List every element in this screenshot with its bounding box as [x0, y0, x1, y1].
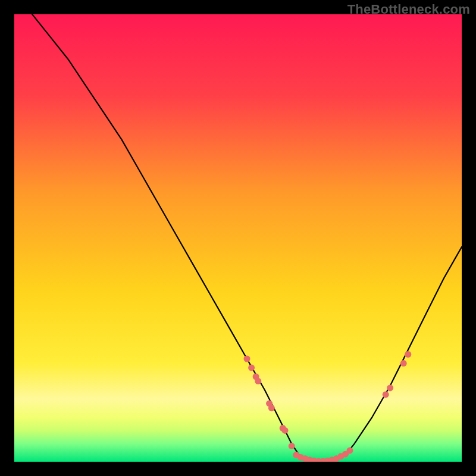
data-dot: [387, 384, 393, 391]
plot-area: [14, 14, 462, 462]
data-dot: [405, 351, 411, 358]
chart-svg: [14, 14, 462, 462]
data-dot: [282, 427, 289, 434]
data-dot: [289, 443, 295, 449]
data-dot: [383, 392, 389, 398]
data-dot: [248, 365, 255, 371]
gradient-background: [14, 14, 462, 462]
data-dot: [255, 378, 261, 384]
data-dot: [347, 447, 353, 454]
data-dot: [268, 405, 275, 411]
data-dot: [244, 356, 250, 362]
data-dot: [400, 360, 407, 367]
chart-frame: TheBottleneck.com: [0, 0, 476, 476]
